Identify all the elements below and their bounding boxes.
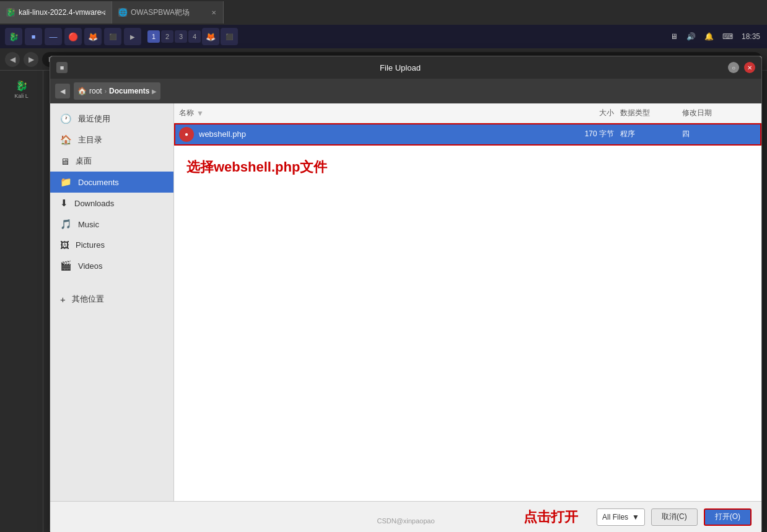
sysbar-right: 🖥 🔊 🔔 ⌨ 18:35 (668, 32, 762, 41)
file-list-wrapper: ● webshell.php 170 字节 程序 四 (174, 123, 761, 146)
col-type-label: 数据类型 (620, 108, 650, 117)
tab-label-owasp: OWASPBWA靶场 (131, 7, 190, 18)
sidebar-item-other[interactable]: + 其他位置 (50, 289, 173, 310)
sidebar-item-pictures[interactable]: 🖼 Pictures (50, 235, 173, 255)
browser-back-btn[interactable]: ◀ (5, 52, 20, 67)
sidebar-label-documents: Documents (78, 178, 119, 187)
kali-sidebar-item[interactable]: 🐉 Kali L (6, 77, 37, 102)
dialog-toolbar: ◀ 🏠 root › Documents ▶ (50, 79, 761, 103)
col-header-date: 修改日期 (682, 108, 756, 118)
music-icon: 🎵 (60, 219, 72, 230)
kali-label: Kali L (14, 93, 28, 99)
sysbar-bell-icon[interactable]: 🔔 (703, 32, 716, 41)
tab-label-kali: kali-linux-2022.4-vmware-a... (19, 8, 105, 17)
col-header-size: 大小 (558, 108, 620, 118)
sysbar-icon-terminal2[interactable]: ⬛ (104, 28, 121, 45)
sidebar-label-videos: Videos (78, 261, 103, 271)
file-type-label: All Files (602, 513, 628, 521)
csdn-watermark: CSDN@xinpaopao (377, 517, 434, 525)
file-name-webshell: webshell.php (199, 129, 558, 139)
col-header-name: 名称 ▼ (179, 108, 558, 118)
file-row-webshell[interactable]: ● webshell.php 170 字节 程序 四 (174, 123, 761, 146)
desktop-3[interactable]: 3 (175, 30, 187, 43)
file-sidebar: 🕐 最近使用 🏠 主目录 🖥 桌面 📁 Documents ⬇ Download… (50, 103, 174, 501)
file-icon-webshell: ● (179, 127, 194, 142)
breadcrumb-forward-arrow[interactable]: ▶ (152, 88, 157, 95)
annotation-footer: 点击打开 (60, 508, 578, 526)
breadcrumb-home-icon: 🏠 (77, 87, 87, 95)
sysbar-terminal4[interactable]: ⬛ (221, 28, 238, 45)
sidebar-item-recent[interactable]: 🕐 最近使用 (50, 108, 173, 129)
file-type-dropdown[interactable]: All Files ▼ (597, 508, 645, 526)
tab-favicon-kali: 🐉 (6, 8, 15, 17)
sidebar-item-desktop[interactable]: 🖥 桌面 (50, 150, 173, 172)
documents-icon: 📁 (60, 177, 72, 188)
dialog-close-btn[interactable]: ✕ (744, 62, 755, 73)
col-name-label: 名称 (179, 108, 194, 118)
tab-close-kali[interactable]: ✕ (98, 8, 107, 17)
dialog-footer: 点击打开 All Files ▼ 取消(C) 打开(O) (50, 501, 761, 532)
desktop-1[interactable]: 1 (147, 30, 160, 43)
other-icon: + (60, 294, 66, 305)
browser-forward-btn[interactable]: ▶ (24, 52, 38, 67)
dialog-controls: ○ ✕ (728, 62, 755, 73)
sysbar-time: 18:35 (740, 32, 762, 41)
tab-kali[interactable]: 🐉 kali-linux-2022.4-vmware-a... ✕ (0, 1, 112, 24)
tab-bar: 🐉 kali-linux-2022.4-vmware-a... ✕ 🌐 OWAS… (0, 0, 767, 25)
col-date-label: 修改日期 (682, 108, 712, 117)
file-size-webshell: 170 字节 (558, 129, 620, 139)
file-type-webshell: 程序 (620, 129, 682, 139)
dialog-icon: ■ (56, 62, 68, 73)
col-header-type: 数据类型 (620, 108, 682, 118)
cancel-button[interactable]: 取消(C) (651, 508, 698, 526)
sidebar-label-music: Music (78, 220, 99, 229)
sysbar-monitor-icon: 🖥 (668, 32, 680, 41)
sysbar-icon-terminal1[interactable]: ■ (25, 28, 42, 45)
file-type-arrow: ▼ (632, 513, 639, 521)
breadcrumb-separator: › (105, 88, 107, 95)
videos-icon: 🎬 (60, 260, 72, 271)
dialog-title: File Upload (72, 63, 728, 72)
sysbar-icon-red[interactable]: 🔴 (64, 28, 82, 45)
sidebar-item-downloads[interactable]: ⬇ Downloads (50, 193, 173, 214)
kali-dragon-icon: 🐉 (15, 80, 28, 92)
sysbar-firefox2[interactable]: 🦊 (202, 28, 219, 45)
sidebar-item-videos[interactable]: 🎬 Videos (50, 255, 173, 276)
breadcrumb-bar: 🏠 root › Documents ▶ (74, 82, 160, 100)
dialog-titlebar: ■ File Upload ○ ✕ (50, 56, 761, 79)
open-button[interactable]: 打开(O) (704, 508, 752, 526)
file-date-webshell: 四 (682, 129, 756, 139)
recent-icon: 🕐 (60, 113, 72, 124)
col-sort-icon: ▼ (196, 109, 204, 118)
dialog-resize-btn[interactable]: ○ (728, 62, 739, 73)
desktop-4[interactable]: 4 (188, 30, 201, 43)
tab-close-owasp[interactable]: ✕ (209, 8, 218, 17)
sidebar-item-home[interactable]: 🏠 主目录 (50, 129, 173, 150)
desktop-switcher: 1 2 3 4 🦊 ⬛ (147, 28, 238, 45)
tab-favicon-owasp: 🌐 (118, 8, 127, 17)
dialog-body: 🕐 最近使用 🏠 主目录 🖥 桌面 📁 Documents ⬇ Download… (50, 103, 761, 501)
file-list-header: 名称 ▼ 大小 数据类型 修改日期 (174, 103, 761, 123)
breadcrumb-current[interactable]: Documents (109, 87, 149, 95)
breadcrumb-root[interactable]: root (89, 87, 102, 95)
sysbar-icon-firefox[interactable]: 🦊 (84, 28, 102, 45)
sidebar-label-home: 主目录 (78, 134, 102, 146)
sysbar-keyboard-icon: ⌨ (721, 32, 735, 41)
sidebar-label-other: 其他位置 (72, 294, 104, 305)
sysbar-icon-kali[interactable]: 🐉 (5, 28, 22, 45)
tab-owaspbwa[interactable]: 🌐 OWASPBWA靶场 ✕ (112, 1, 224, 24)
sidebar-label-downloads: Downloads (74, 199, 114, 208)
sidebar-item-documents[interactable]: 📁 Documents (50, 172, 173, 193)
file-list-area: 名称 ▼ 大小 数据类型 修改日期 ● webshell.php 170 (174, 103, 761, 501)
system-bar: 🐉 ■ — 🔴 🦊 ⬛ ▶ 1 2 3 4 🦊 ⬛ 🖥 🔊 🔔 ⌨ 18:35 (0, 25, 767, 48)
dialog-back-btn[interactable]: ◀ (55, 84, 70, 98)
sysbar-volume-icon[interactable]: 🔊 (685, 32, 698, 41)
kali-sidebar: 🐉 Kali L (0, 71, 43, 532)
sidebar-item-music[interactable]: 🎵 Music (50, 214, 173, 235)
sysbar-icon-minimize[interactable]: — (45, 28, 62, 45)
sysbar-icon-terminal3[interactable]: ▶ (124, 28, 141, 45)
col-size-label: 大小 (599, 108, 614, 117)
desktop-2[interactable]: 2 (161, 30, 173, 43)
desktop-icon: 🖥 (60, 156, 69, 167)
home-icon: 🏠 (60, 134, 72, 146)
